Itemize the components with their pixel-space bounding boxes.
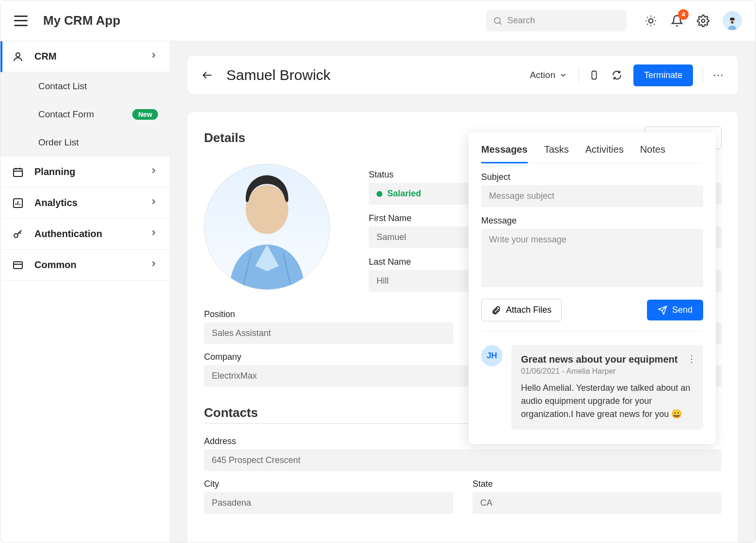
chevron-right-icon — [149, 166, 158, 177]
terminate-button[interactable]: Terminate — [633, 64, 693, 86]
message-body: Hello Amelial. Yesterday we talked about… — [521, 382, 693, 421]
page-title: Samuel Browick — [226, 67, 331, 83]
person-icon — [12, 51, 24, 63]
svg-rect-15 — [14, 169, 22, 176]
status-dot-icon — [377, 191, 382, 197]
message-bubble: ⋮ Great news about your equipment 01/06/… — [511, 345, 703, 430]
svg-point-2 — [649, 18, 653, 23]
more-button[interactable]: ⋯ — [713, 69, 724, 81]
main-content: Samuel Browick Action Terminate ⋯ Detail… — [170, 41, 756, 543]
details-card: Details Edit Profile S — [188, 112, 738, 543]
state-value[interactable]: CA — [472, 492, 722, 514]
message-subject: Great news about your equipment — [521, 354, 693, 365]
sidebar-item-authentication[interactable]: Authentication — [0, 219, 170, 250]
svg-rect-27 — [592, 71, 596, 80]
sidebar: CRM Contact List Contact FormNew Order L… — [0, 41, 170, 543]
details-title: Details — [204, 130, 245, 145]
subject-input[interactable] — [481, 185, 703, 207]
calendar-icon — [12, 166, 24, 178]
refresh-button[interactable] — [611, 69, 624, 81]
state-label: State — [472, 479, 722, 489]
svg-rect-24 — [14, 262, 22, 269]
svg-line-10 — [654, 17, 655, 18]
svg-line-9 — [647, 24, 648, 25]
sidebar-item-planning[interactable]: Planning — [0, 157, 170, 188]
search-input[interactable] — [507, 16, 620, 26]
menu-icon[interactable] — [14, 16, 28, 26]
sidebar-item-crm[interactable]: CRM — [0, 41, 170, 72]
action-dropdown[interactable]: Action — [528, 70, 569, 80]
chevron-down-icon — [559, 71, 567, 79]
sidebar-item-label: Planning — [34, 166, 75, 177]
sidebar-item-label: Analytics — [34, 197, 78, 208]
city-label: City — [204, 479, 453, 489]
contacts-title: Contacts — [204, 405, 475, 424]
panel-tabs: Messages Tasks Activities Notes — [481, 141, 703, 163]
chevron-right-icon — [149, 197, 158, 208]
svg-point-14 — [16, 53, 20, 57]
message-textarea[interactable] — [481, 229, 703, 287]
send-button[interactable]: Send — [647, 300, 703, 320]
back-button[interactable] — [201, 68, 215, 82]
key-icon — [12, 228, 24, 240]
message-avatar: JH — [481, 345, 503, 367]
message-more-button[interactable]: ⋮ — [687, 353, 696, 365]
sidebar-sub-contact-form[interactable]: Contact FormNew — [0, 100, 170, 128]
chevron-right-icon — [149, 259, 158, 271]
tab-tasks[interactable]: Tasks — [544, 141, 569, 163]
topbar: My CRM App 4 — [0, 0, 756, 41]
notification-badge: 4 — [678, 9, 689, 20]
message-item: JH ⋮ Great news about your equipment 01/… — [481, 345, 703, 430]
profile-photo — [204, 164, 330, 290]
page-header: Samuel Browick Action Terminate ⋯ — [188, 56, 738, 95]
svg-line-6 — [654, 24, 655, 25]
send-icon — [658, 305, 667, 315]
divider — [579, 67, 579, 83]
sidebar-item-label: Authentication — [34, 228, 102, 240]
tab-activities[interactable]: Activities — [585, 141, 624, 163]
card-icon — [12, 259, 24, 271]
sidebar-item-label: CRM — [34, 51, 57, 62]
chevron-right-icon — [149, 228, 158, 240]
sidebar-sub-order-list[interactable]: Order List — [0, 128, 170, 157]
address-value[interactable]: 645 Prospect Crescent — [204, 449, 722, 471]
copy-button[interactable] — [589, 69, 601, 81]
sidebar-item-common[interactable]: Common — [0, 250, 170, 281]
svg-point-11 — [702, 19, 705, 22]
message-meta: 01/06/2021 - Amelia Harper — [521, 367, 693, 376]
position-value[interactable]: Sales Assistant — [204, 322, 453, 344]
sidebar-item-label: Common — [34, 259, 77, 271]
messages-panel: Messages Tasks Activities Notes Subject … — [469, 132, 716, 444]
user-avatar[interactable] — [723, 11, 742, 31]
svg-point-28 — [246, 185, 288, 234]
new-badge: New — [132, 109, 158, 120]
message-label: Message — [481, 216, 703, 226]
svg-line-1 — [500, 22, 502, 24]
app-title: My CRM App — [43, 13, 120, 28]
avatar-person-icon — [725, 16, 740, 30]
position-label: Position — [204, 309, 453, 319]
svg-line-5 — [647, 17, 648, 18]
theme-toggle[interactable] — [644, 14, 658, 28]
attach-files-button[interactable]: Attach Files — [481, 299, 562, 321]
gear-icon — [697, 15, 709, 27]
search-icon — [493, 16, 503, 26]
tab-messages[interactable]: Messages — [481, 141, 528, 163]
chart-icon — [12, 197, 24, 209]
subject-label: Subject — [481, 172, 703, 182]
tab-notes[interactable]: Notes — [640, 141, 665, 163]
paperclip-icon — [491, 305, 501, 315]
city-value[interactable]: Pasadena — [204, 492, 453, 514]
notifications-button[interactable]: 4 — [670, 14, 684, 28]
sidebar-subgroup-crm: Contact List Contact FormNew Order List — [0, 72, 170, 157]
chevron-right-icon — [149, 51, 158, 62]
divider — [703, 67, 703, 83]
sidebar-sub-contact-list[interactable]: Contact List — [0, 72, 170, 100]
sidebar-item-analytics[interactable]: Analytics — [0, 188, 170, 219]
search-input-wrap[interactable] — [486, 10, 627, 32]
svg-point-13 — [730, 17, 735, 20]
svg-point-0 — [494, 17, 500, 23]
sun-icon — [645, 15, 657, 27]
settings-button[interactable] — [696, 14, 710, 28]
avatar-person-icon — [214, 172, 320, 289]
